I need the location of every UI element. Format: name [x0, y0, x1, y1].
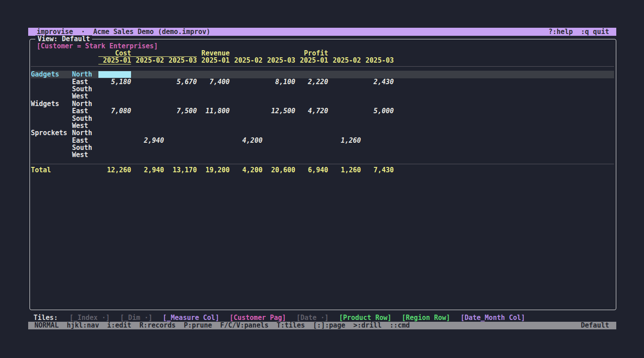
- tile-customer-pag[interactable]: [Customer Pag]: [229, 314, 286, 322]
- terminal-window: improvise · Acme Sales Demo (demo.improv…: [28, 28, 616, 36]
- tiles-label: Tiles:: [34, 314, 58, 322]
- value-cell[interactable]: 4,720: [295, 107, 328, 115]
- total-label: Total: [31, 166, 72, 174]
- table-row[interactable]: WidgetsNorth: [31, 100, 616, 107]
- region-label: North: [72, 71, 98, 78]
- table-row[interactable]: West: [31, 122, 616, 129]
- status-hint: T:tiles: [277, 322, 305, 329]
- value-cell[interactable]: 11,800: [197, 107, 229, 115]
- value-cell[interactable]: 2,220: [295, 78, 328, 85]
- total-value-cell: 13,170: [164, 166, 197, 174]
- column-header[interactable]: 2025-03: [263, 57, 295, 64]
- status-view-name: Default: [581, 322, 609, 329]
- column-header[interactable]: 2025-01: [197, 57, 229, 64]
- mode-indicator: NORMAL: [34, 322, 59, 329]
- filter-badge[interactable]: [Customer = Stark Enterprises]: [37, 43, 616, 50]
- table-row[interactable]: South: [31, 85, 616, 93]
- status-hint: >:drill: [353, 322, 381, 329]
- region-label: East: [72, 137, 98, 144]
- region-label: South: [72, 115, 98, 122]
- total-separator: [31, 164, 614, 164]
- titlebar-hints: ?:help :q quit: [549, 28, 609, 36]
- measure-group-label: Revenue: [197, 50, 229, 57]
- table-row[interactable]: West: [31, 151, 616, 158]
- tile-index[interactable]: [_Index ·]: [69, 314, 110, 322]
- total-value-cell: 6,940: [295, 166, 328, 174]
- status-hint: R:records: [140, 322, 176, 329]
- table-row[interactable]: East2,9404,2001,260: [31, 137, 616, 144]
- tile-datemonth-col[interactable]: [Date_Month Col]: [461, 314, 525, 322]
- value-cell[interactable]: 2,430: [361, 78, 394, 85]
- column-header[interactable]: 2025-02: [230, 57, 263, 64]
- table-row[interactable]: East7,0807,50011,80012,5004,7205,000: [31, 107, 616, 115]
- value-cell[interactable]: 12,500: [263, 107, 295, 115]
- table-row[interactable]: GadgetsNorth: [31, 71, 614, 78]
- hint-gap: [573, 28, 581, 36]
- region-label: West: [72, 93, 98, 100]
- value-cell[interactable]: 7,400: [197, 78, 229, 85]
- tile-product-row[interactable]: [Product Row]: [339, 314, 391, 322]
- column-header[interactable]: 2025-01: [295, 57, 328, 64]
- column-header[interactable]: 2025-02: [328, 57, 361, 64]
- total-value-cell: 19,200: [197, 166, 229, 174]
- total-value-cell: 7,430: [361, 166, 394, 174]
- measure-group-cost[interactable]: Cost: [98, 50, 197, 57]
- column-header[interactable]: 2025-02: [131, 57, 164, 64]
- status-hint: ::cmd: [390, 322, 410, 329]
- product-label: Gadgets: [31, 71, 72, 78]
- cursor-cell[interactable]: [98, 71, 131, 78]
- pivot-table: CostRevenueProfit 2025-012025-022025-032…: [30, 50, 616, 174]
- region-label: North: [72, 129, 98, 136]
- tile-date[interactable]: [Date ·]: [297, 314, 329, 322]
- region-label: South: [72, 144, 98, 151]
- status-hint: F/C/V:panels: [220, 322, 268, 329]
- status-hint: hjkl:nav: [67, 322, 99, 329]
- help-hint: ?:help: [549, 28, 573, 36]
- region-label: East: [72, 107, 98, 115]
- region-label: East: [72, 78, 98, 85]
- tile-measure-col[interactable]: [_Measure Col]: [163, 314, 219, 322]
- value-cell[interactable]: 5,670: [164, 78, 197, 85]
- tile-region-row[interactable]: [Region Row]: [402, 314, 450, 322]
- total-value-cell: 1,260: [328, 166, 361, 174]
- column-header[interactable]: 2025-01: [98, 57, 131, 64]
- month-header-row: 2025-012025-022025-032025-012025-022025-…: [31, 57, 616, 64]
- region-label: North: [72, 100, 98, 107]
- tile-dim[interactable]: [_Dim ·]: [120, 314, 153, 322]
- region-label: West: [72, 122, 98, 129]
- tiles-bar: Tiles: [_Index ·][_Dim ·][_Measure Col][…: [34, 314, 615, 322]
- value-cell[interactable]: 5,180: [98, 78, 131, 85]
- view-panel: View: Default [Customer = Stark Enterpri…: [30, 39, 616, 310]
- quit-hint: :q quit: [581, 28, 609, 36]
- column-header[interactable]: 2025-03: [361, 57, 394, 64]
- value-cell[interactable]: 1,260: [328, 137, 361, 144]
- measure-group-label: Profit: [295, 50, 328, 57]
- table-row[interactable]: SprocketsNorth: [31, 129, 616, 136]
- table-row[interactable]: South: [31, 144, 616, 151]
- value-cell[interactable]: 8,100: [263, 78, 295, 85]
- table-body: GadgetsNorthEast5,1805,6707,4008,1002,22…: [31, 71, 616, 159]
- value-cell[interactable]: 5,000: [361, 107, 394, 115]
- table-row[interactable]: West: [31, 93, 616, 100]
- status-hint: i:edit: [107, 322, 131, 329]
- table-row[interactable]: South: [31, 115, 616, 122]
- status-hint: [:]:page: [313, 322, 345, 329]
- view-label: View: Default: [35, 35, 92, 43]
- status-hint: P:prune: [184, 322, 212, 329]
- table-row[interactable]: East5,1805,6707,4008,1002,2202,430: [31, 78, 616, 85]
- total-value-cell: 12,260: [98, 166, 131, 174]
- total-value-cell: 4,200: [230, 166, 263, 174]
- value-cell[interactable]: 2,940: [131, 137, 164, 144]
- value-cell[interactable]: 7,500: [164, 107, 197, 115]
- measure-group-profit[interactable]: Profit: [295, 50, 394, 57]
- total-value-cell: 20,600: [263, 166, 295, 174]
- region-label: West: [72, 151, 98, 158]
- title-bar: improvise · Acme Sales Demo (demo.improv…: [28, 28, 616, 36]
- product-label: Sprockets: [31, 129, 72, 136]
- column-header[interactable]: 2025-03: [164, 57, 197, 64]
- value-cell[interactable]: 4,200: [230, 137, 263, 144]
- header-separator: [31, 66, 614, 67]
- value-cell[interactable]: 7,080: [98, 107, 131, 115]
- measure-group-revenue[interactable]: Revenue: [197, 50, 295, 57]
- total-row: Total 12,2602,94013,17019,2004,20020,600…: [31, 166, 616, 174]
